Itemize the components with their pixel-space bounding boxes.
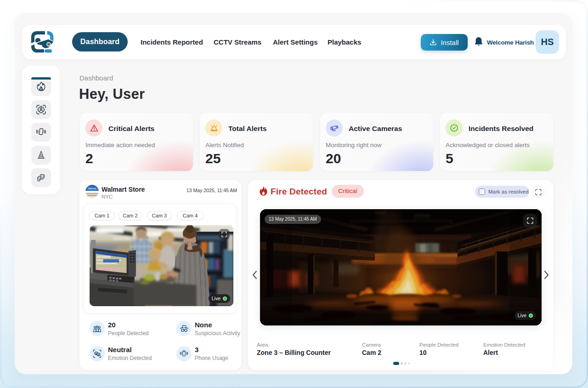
svg-text:Walmart: Walmart: [88, 187, 96, 190]
